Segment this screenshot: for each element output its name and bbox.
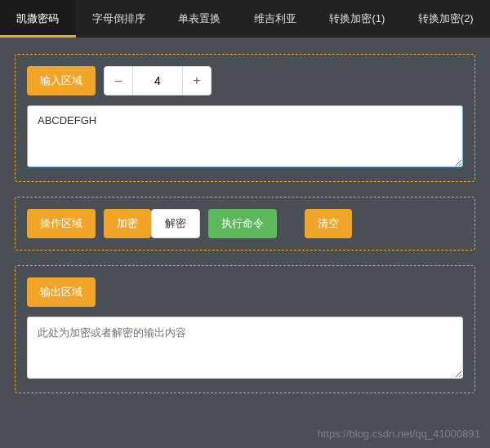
clear-button[interactable]: 清空 <box>305 209 352 238</box>
page-body: 输入区域 – + 操作区域 加密 解密 执行命令 清空 输出区域 <box>0 38 490 410</box>
stepper-minus[interactable]: – <box>104 66 133 95</box>
output-textarea[interactable] <box>27 317 463 379</box>
tab-monoalpha[interactable]: 单表置换 <box>162 0 238 38</box>
input-top-row: 输入区域 – + <box>27 66 463 95</box>
watermark-text: https://blog.csdn.net/qq_41000891 <box>318 428 481 440</box>
action-row: 操作区域 加密 解密 执行命令 清空 <box>27 209 463 238</box>
tab-reverse-alpha[interactable]: 字母倒排序 <box>76 0 163 38</box>
output-badge: 输出区域 <box>27 277 96 307</box>
shift-stepper: – + <box>104 66 212 95</box>
tab-bar: 凯撒密码 字母倒排序 单表置换 维吉利亚 转换加密(1) 转换加密(2) <box>0 0 490 38</box>
decrypt-button[interactable]: 解密 <box>151 209 200 238</box>
output-panel: 输出区域 <box>15 265 475 393</box>
input-badge: 输入区域 <box>27 66 96 95</box>
stepper-value[interactable] <box>133 66 182 95</box>
action-badge: 操作区域 <box>27 209 96 238</box>
tab-transpose-1[interactable]: 转换加密(1) <box>313 0 401 38</box>
encrypt-button[interactable]: 加密 <box>104 209 151 238</box>
action-panel: 操作区域 加密 解密 执行命令 清空 <box>15 197 475 251</box>
input-textarea[interactable] <box>27 105 463 167</box>
tab-caesar[interactable]: 凯撒密码 <box>0 0 76 38</box>
tab-vigenere[interactable]: 维吉利亚 <box>238 0 314 38</box>
tab-transpose-2[interactable]: 转换加密(2) <box>402 0 490 38</box>
execute-button[interactable]: 执行命令 <box>208 209 277 238</box>
stepper-plus[interactable]: + <box>182 66 212 95</box>
input-panel: 输入区域 – + <box>15 54 475 182</box>
